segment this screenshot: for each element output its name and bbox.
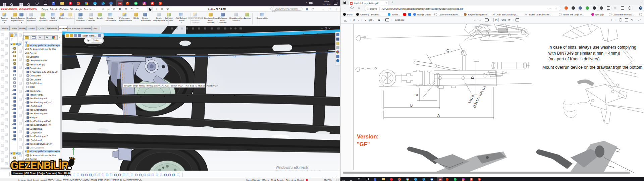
svg-text:Mount overrun device on the dr: Mount overrun device on the drawbar from…	[542, 65, 642, 70]
svg-text:Version:: Version:	[357, 133, 379, 139]
svg-text:torsiyon_dingil_frensiz_montaj: torsiyon_dingil_frensiz_montaj.STEP<1> /…	[124, 84, 218, 87]
svg-text:A: A	[437, 113, 440, 117]
svg-text:D: D	[471, 76, 475, 79]
svg-text:Taban-Flanş1: Taban-Flanş1	[82, 35, 96, 37]
svg-text:E: E	[414, 94, 418, 97]
svg-text:"GF": "GF"	[357, 141, 370, 147]
svg-text:GEZENBiLİR: GEZENBiLİR	[11, 159, 69, 172]
svg-text:B: B	[410, 103, 413, 107]
svg-text:C: C	[446, 49, 449, 53]
svg-text:Karavan | Off Road | Doğa Spor: Karavan | Off Road | Doğa Sporları | Gez…	[13, 172, 73, 175]
svg-text:In case of slots, always use w: In case of slots, always use washers com…	[548, 45, 636, 50]
svg-text:Windows'u Etkinleştir: Windows'u Etkinleştir	[276, 165, 309, 169]
svg-text:(not part of Knott's delivery): (not part of Knott's delivery)	[548, 57, 599, 61]
svg-text:Çizim: Çizim	[93, 39, 99, 42]
svg-text:with DIN7349 or similar (t min: with DIN7349 or similar (t min = 4mm)!	[548, 51, 620, 56]
